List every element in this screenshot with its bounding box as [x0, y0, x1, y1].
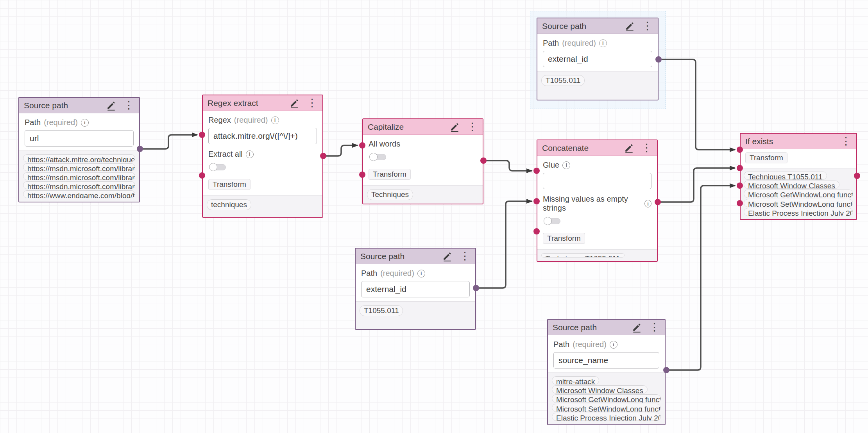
edit-icon[interactable] [442, 250, 453, 262]
info-icon[interactable]: i [562, 161, 570, 169]
transform-chip: Transform [369, 169, 411, 180]
input-port[interactable] [533, 198, 540, 204]
output-port[interactable] [137, 146, 143, 152]
input-port[interactable] [737, 183, 743, 189]
input-port[interactable] [737, 165, 743, 171]
node-if-exists[interactable]: If exists ⋮ Transform Techniques T1055.0… [740, 133, 857, 220]
kebab-menu-icon[interactable]: ⋮ [123, 100, 134, 111]
edit-icon[interactable] [449, 121, 461, 133]
node-source-path-source-name[interactable]: Source path ⋮ Path (required) i mitre-at… [547, 319, 666, 425]
kebab-menu-icon[interactable]: ⋮ [466, 122, 478, 132]
kebab-menu-icon[interactable]: ⋮ [840, 136, 852, 147]
toggle-label: Missing values as empty strings i [543, 195, 651, 213]
result-chip: Microsoft SetWindowLong function [552, 404, 661, 412]
node-header[interactable]: If exists ⋮ [741, 134, 856, 149]
input-port[interactable] [737, 147, 743, 153]
regex-input[interactable] [208, 128, 317, 144]
result-chip: https://msdn.microsoft.com/library/win… [23, 172, 135, 180]
node-title: Concatenate [542, 143, 618, 153]
input-port[interactable] [359, 142, 365, 149]
node-header[interactable]: Source path ⋮ [537, 18, 658, 34]
info-icon[interactable]: i [599, 39, 607, 47]
all-words-toggle[interactable] [369, 152, 387, 162]
node-source-path-external-id-mid[interactable]: Source path ⋮ Path (required) i T1055.01… [355, 248, 476, 330]
kebab-menu-icon[interactable]: ⋮ [641, 143, 652, 153]
field-label: Glue i [543, 161, 651, 170]
path-input[interactable] [361, 281, 470, 297]
edit-icon[interactable] [106, 100, 117, 111]
output-port[interactable] [473, 285, 479, 291]
toggle-label: All words [369, 140, 477, 149]
edit-icon[interactable] [624, 20, 636, 32]
input-port[interactable] [199, 132, 205, 138]
node-header[interactable]: Regex extract ⋮ [203, 95, 322, 111]
node-source-path-external-id-top[interactable]: Source path ⋮ Path (required) i T1055.01… [537, 18, 659, 100]
field-label: Path (required) i [361, 269, 470, 278]
node-results: Techniques T1055.011 [537, 249, 657, 261]
field-label: Regex (required) i [208, 116, 317, 125]
path-input[interactable] [25, 130, 134, 147]
node-results: T1055.011 [537, 71, 658, 100]
output-port[interactable] [655, 56, 662, 63]
input-port[interactable] [533, 168, 540, 174]
edit-icon[interactable] [623, 142, 635, 154]
node-header[interactable]: Source path ⋮ [548, 320, 665, 335]
node-source-path-url[interactable]: Source path ⋮ Path (required) i https://… [18, 97, 140, 202]
missing-values-toggle[interactable] [544, 216, 562, 226]
info-icon[interactable]: i [81, 119, 89, 127]
edge-regex-to-capitalize [323, 145, 358, 156]
node-title: Source path [542, 21, 619, 31]
node-results: Techniques [363, 185, 483, 204]
output-port[interactable] [663, 367, 669, 373]
edit-icon[interactable] [289, 97, 301, 109]
input-port[interactable] [533, 228, 540, 234]
input-port[interactable] [199, 172, 205, 179]
field-label: Path (required) i [553, 340, 659, 349]
output-port[interactable] [854, 173, 860, 179]
node-header[interactable]: Source path ⋮ [19, 98, 139, 113]
extract-all-toggle[interactable] [209, 163, 227, 172]
input-port[interactable] [737, 200, 743, 206]
input-port[interactable] [359, 172, 365, 178]
info-icon[interactable]: i [610, 341, 617, 349]
info-icon[interactable]: i [417, 270, 425, 277]
node-header[interactable]: Concatenate ⋮ [537, 140, 657, 156]
edge-sourcepath-top-to-ifexists [659, 59, 735, 150]
kebab-menu-icon[interactable]: ⋮ [641, 21, 653, 31]
output-port[interactable] [655, 199, 661, 205]
node-regex-extract[interactable]: Regex extract ⋮ Regex (required) i Extra… [202, 95, 323, 218]
path-input[interactable] [553, 352, 659, 369]
edge-sourcepath-url-to-regex [140, 135, 197, 149]
flow-canvas[interactable]: { "canvas": { "grid_size_px": 21, "backg… [0, 0, 868, 433]
result-chip: Microsoft SetWindowLong function [744, 199, 853, 207]
node-header[interactable]: Source path ⋮ [356, 249, 475, 264]
node-capitalize[interactable]: Capitalize ⋮ All words Transform Techniq… [362, 118, 483, 204]
info-icon[interactable]: i [644, 200, 651, 208]
toggle-label: Extract all i [208, 150, 317, 159]
node-title: If exists [745, 137, 834, 146]
node-header[interactable]: Capitalize ⋮ [363, 119, 483, 135]
path-input[interactable] [543, 51, 652, 67]
output-port[interactable] [480, 157, 487, 164]
edge-capitalize-to-concatenate [483, 161, 532, 171]
edge-sourcepath-sourcename-to-ifexists [666, 186, 735, 370]
node-concatenate[interactable]: Concatenate ⋮ Glue i Missing values as e… [537, 140, 658, 262]
node-title: Capitalize [368, 122, 444, 132]
field-label: Path (required) i [543, 39, 652, 48]
node-results: Techniques T1055.011 Microsoft Window Cl… [741, 168, 856, 219]
kebab-menu-icon[interactable]: ⋮ [648, 322, 660, 333]
node-results: T1055.011 [356, 301, 475, 329]
info-icon[interactable]: i [246, 150, 254, 158]
result-chip: https://msdn.microsoft.com/library/win… [23, 163, 135, 171]
kebab-menu-icon[interactable]: ⋮ [459, 251, 471, 261]
field-label: Path (required) i [25, 118, 134, 127]
result-chip: Techniques [367, 189, 413, 200]
transform-chip: Transform [745, 152, 787, 163]
kebab-menu-icon[interactable]: ⋮ [306, 98, 318, 108]
node-results: techniques [203, 195, 322, 217]
glue-input[interactable] [543, 173, 651, 189]
node-results: mitre-attack Microsoft Window Classes Mi… [548, 372, 665, 424]
info-icon[interactable]: i [271, 116, 279, 124]
output-port[interactable] [320, 153, 326, 159]
edit-icon[interactable] [631, 322, 643, 333]
